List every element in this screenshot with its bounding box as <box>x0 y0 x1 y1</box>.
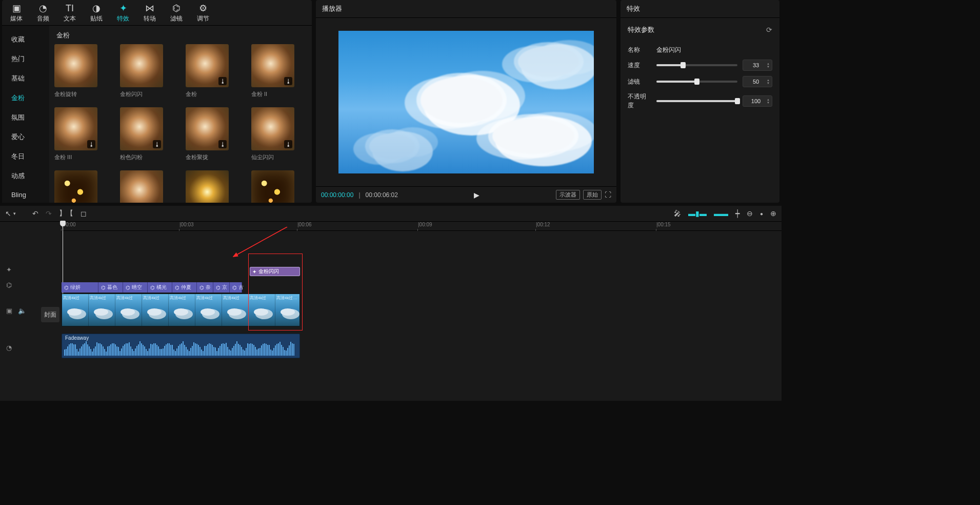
tool-tab-2[interactable]: TI文本 <box>64 3 76 23</box>
effect-card[interactable]: ⭳金粉 <box>186 44 229 98</box>
tool-tab-1[interactable]: ◔音频 <box>37 3 49 23</box>
filter-icon: ⌬ <box>216 285 221 290</box>
effect-card[interactable]: ⭳仙尘闪闪 <box>251 107 294 161</box>
video-frame-label: 高清4k过 <box>170 295 194 301</box>
video-frame-label: 高清4k过 <box>116 295 141 301</box>
effect-card[interactable]: ⭳粉色闪粉 <box>120 107 163 161</box>
param-label: 不透明度 <box>628 92 651 110</box>
video-frame-label: 高清4k过场空镜头天 <box>276 295 300 301</box>
video-clip[interactable]: 高清4k过高清4k过高清4k过高清4k过高清4k过高清4k过高清4k过高清4k过… <box>62 294 300 326</box>
video-frame-label: 高清4k过 <box>223 295 247 301</box>
download-icon[interactable]: ⭳ <box>218 77 227 85</box>
effect-card[interactable]: ⭳ <box>251 170 294 203</box>
category-item[interactable]: 氛围 <box>2 108 49 127</box>
tool-tab-4[interactable]: ✦特效 <box>117 3 129 23</box>
effect-card[interactable]: ⭳金粉 II <box>251 44 294 98</box>
tool-tab-0[interactable]: ▣媒体 <box>10 3 23 23</box>
preview-viewport[interactable] <box>316 18 616 186</box>
redo-icon[interactable]: ↷ <box>46 209 52 218</box>
undo-icon[interactable]: ↶ <box>32 209 38 218</box>
tool-tab-icon: ⌬ <box>172 3 181 13</box>
effect-card[interactable]: ⭳金粉聚拢 <box>186 107 229 161</box>
effect-thumbnail: ⭳ <box>54 107 97 150</box>
category-item[interactable]: 热门 <box>2 49 49 69</box>
tool-tab-5[interactable]: ⋈转场 <box>144 3 156 23</box>
category-item[interactable]: 动感 <box>2 166 49 186</box>
split-icon[interactable]: 】【 <box>59 209 73 218</box>
download-icon[interactable]: ⭳ <box>87 140 95 148</box>
effect-clip[interactable]: ✦ 金粉闪闪 <box>250 267 300 276</box>
category-item[interactable]: 金粉 <box>2 88 49 108</box>
download-icon[interactable]: ⭳ <box>284 77 292 85</box>
reset-icon[interactable]: ⟳ <box>766 26 772 34</box>
filter-clip[interactable]: ⌬橘光 <box>148 282 172 293</box>
filter-clip[interactable]: ⌬仲夏 <box>172 282 197 293</box>
crop-icon[interactable]: ◻ <box>81 209 87 218</box>
param-value-input[interactable]: 33 ▲▼ <box>743 60 772 71</box>
filter-label: 晴空 <box>132 284 142 291</box>
play-button[interactable]: ▶ <box>403 191 551 199</box>
param-slider[interactable] <box>656 64 737 66</box>
tool-tab-6[interactable]: ⌬滤镜 <box>170 3 183 23</box>
effect-settings-tab[interactable]: 特效 <box>627 4 640 13</box>
filter-clip[interactable]: ⌬古 <box>230 282 242 293</box>
track-icon-audio[interactable]: ◔ <box>0 344 62 352</box>
download-icon[interactable]: ⭳ <box>153 140 161 148</box>
dropdown-icon[interactable]: ▾ <box>13 211 16 216</box>
param-value-input[interactable]: 100 ▲▼ <box>743 95 772 107</box>
zoom-in-icon[interactable]: ⊕ <box>770 209 776 218</box>
effect-clip-label: 金粉闪闪 <box>258 268 279 275</box>
cover-button[interactable]: 封面 <box>41 307 59 322</box>
track-icon-filter[interactable]: ⌬ <box>0 281 62 289</box>
effect-thumbnail: ⭳ <box>251 170 294 203</box>
zoom-out-icon[interactable]: ⊖ <box>747 209 753 218</box>
track-icon-effect[interactable]: ✦ <box>0 266 62 274</box>
param-slider[interactable] <box>656 100 737 102</box>
download-icon[interactable]: ⭳ <box>284 140 292 148</box>
filter-clip[interactable]: ⌬晴空 <box>123 282 148 293</box>
effect-name: 仙尘闪闪 <box>251 153 294 161</box>
download-icon[interactable]: ⭳ <box>218 140 227 148</box>
filter-clip[interactable]: ⌬京 <box>213 282 230 293</box>
cursor-tool-icon[interactable]: ↖ <box>5 209 11 218</box>
param-value-input[interactable]: 50 ▲▼ <box>743 76 772 87</box>
category-item[interactable]: 收藏 <box>2 30 49 49</box>
effect-thumbnail: ⭳ <box>120 107 163 150</box>
align-icon[interactable]: ┿ <box>735 209 739 218</box>
param-slider[interactable] <box>656 81 737 83</box>
stepper-icon[interactable]: ▲▼ <box>767 79 770 85</box>
video-frame: 高清4k过 <box>195 294 222 326</box>
category-item[interactable]: Bling <box>2 186 49 203</box>
effect-card[interactable]: ⭳ <box>120 170 163 203</box>
effect-card[interactable]: 金粉闪闪 <box>120 44 163 98</box>
magnet-track-icon[interactable]: ▬▬ <box>714 209 728 218</box>
fullscreen-icon[interactable]: ⛶ <box>605 191 611 199</box>
magnet-main-icon[interactable]: ▬▮▬ <box>688 209 707 218</box>
filter-clip[interactable]: ⌬绿妍 <box>62 282 98 293</box>
effect-thumbnail: ⭳ <box>251 44 294 87</box>
effect-card[interactable]: ⭳金粉 III <box>54 107 97 161</box>
category-item[interactable]: 爱心 <box>2 127 49 147</box>
tool-tab-7[interactable]: ⚙调节 <box>197 3 209 23</box>
tool-tab-3[interactable]: ◑贴纸 <box>90 3 103 23</box>
zoom-slider-icon[interactable]: ● <box>760 211 763 217</box>
category-item[interactable]: 冬日 <box>2 147 49 166</box>
stepper-icon[interactable]: ▲▼ <box>767 62 770 68</box>
filter-clip[interactable]: ⌬奈 <box>197 282 213 293</box>
effect-card[interactable]: ⭳ <box>54 170 97 203</box>
time-ruler[interactable]: |00:00|00:03|00:06|00:09|00:12|00:15 <box>62 222 782 231</box>
mic-icon[interactable]: 🎤︎ <box>674 209 681 218</box>
filter-icon: ⌬ <box>175 285 179 290</box>
effect-card[interactable]: ⭳ <box>186 170 229 203</box>
original-button[interactable]: 原始 <box>583 190 602 200</box>
filter-clip[interactable]: ⌬暮色 <box>98 282 123 293</box>
video-frame: 高清4k过 <box>89 294 115 326</box>
filter-label: 橘光 <box>156 284 167 291</box>
effects-library-panel: ▣媒体◔音频TI文本◑贴纸✦特效⋈转场⌬滤镜⚙调节 收藏热门基础金粉氛围爱心冬日… <box>2 0 312 203</box>
category-item[interactable]: 基础 <box>2 69 49 88</box>
scope-button[interactable]: 示波器 <box>556 190 580 200</box>
tool-tab-icon: ⋈ <box>145 3 154 13</box>
audio-clip[interactable]: Fadeaway <box>62 334 300 358</box>
stepper-icon[interactable]: ▲▼ <box>767 98 770 104</box>
effect-card[interactable]: 金粉旋转 <box>54 44 97 98</box>
